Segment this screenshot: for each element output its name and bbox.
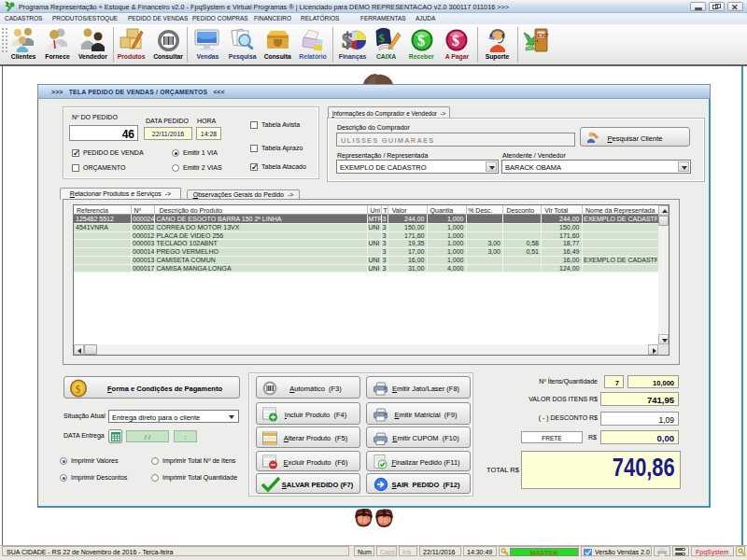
- svg-text:$: $: [417, 33, 425, 49]
- svg-text:$: $: [452, 33, 459, 49]
- svg-text:$: $: [379, 31, 386, 45]
- svg-text:EXIT: EXIT: [538, 33, 550, 38]
- svg-text:$: $: [342, 28, 353, 52]
